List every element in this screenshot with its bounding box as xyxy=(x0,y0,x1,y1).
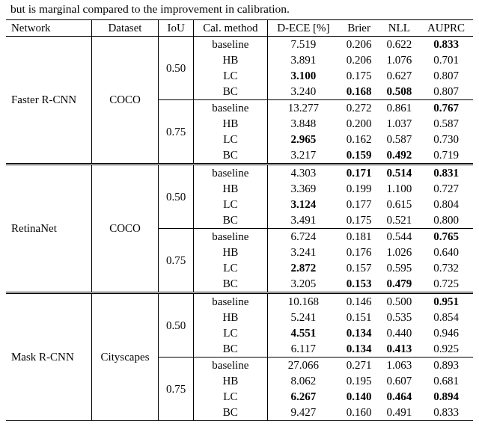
cell-auprc: 0.800 xyxy=(419,212,473,229)
col-iou: IoU xyxy=(159,20,193,37)
cell-method: HB xyxy=(193,181,267,197)
cell-dataset: COCO xyxy=(91,165,159,293)
cell-brier: 0.134 xyxy=(339,341,379,358)
cell-method: LC xyxy=(193,260,267,276)
col-network: Network xyxy=(6,20,91,37)
cell-auprc: 0.894 xyxy=(419,389,473,405)
cell-auprc: 0.719 xyxy=(419,147,473,165)
cell-dece: 3.240 xyxy=(267,84,338,100)
cell-nll: 0.861 xyxy=(379,100,419,117)
cell-method: baseline xyxy=(193,358,267,374)
cell-auprc: 0.730 xyxy=(419,132,473,147)
cell-dece: 5.241 xyxy=(267,310,338,325)
cell-method: LC xyxy=(193,68,267,84)
cell-auprc: 0.951 xyxy=(419,293,473,310)
cell-auprc: 0.640 xyxy=(419,245,473,260)
cell-auprc: 0.587 xyxy=(419,116,473,132)
cell-dece: 7.519 xyxy=(267,37,338,53)
cell-auprc: 0.833 xyxy=(419,405,473,421)
cell-auprc: 0.831 xyxy=(419,165,473,182)
cell-nll: 0.595 xyxy=(379,260,419,276)
cell-dece: 2.965 xyxy=(267,132,338,147)
cell-nll: 0.622 xyxy=(379,37,419,53)
cell-method: BC xyxy=(193,405,267,421)
cell-dece: 6.724 xyxy=(267,229,338,245)
cell-brier: 0.176 xyxy=(339,245,379,260)
cell-dece: 3.100 xyxy=(267,68,338,84)
cell-brier: 0.195 xyxy=(339,373,379,389)
cell-auprc: 0.732 xyxy=(419,260,473,276)
cell-dece: 3.124 xyxy=(267,197,338,212)
cell-method: baseline xyxy=(193,37,267,53)
cell-nll: 1.026 xyxy=(379,245,419,260)
cell-brier: 0.175 xyxy=(339,212,379,229)
cell-brier: 0.157 xyxy=(339,260,379,276)
cell-auprc: 0.807 xyxy=(419,84,473,100)
cell-brier: 0.171 xyxy=(339,165,379,182)
cell-dece: 3.217 xyxy=(267,147,338,165)
col-dataset: Dataset xyxy=(91,20,159,37)
cell-dece: 3.241 xyxy=(267,245,338,260)
cell-auprc: 0.727 xyxy=(419,181,473,197)
cell-method: HB xyxy=(193,245,267,260)
cell-brier: 0.140 xyxy=(339,389,379,405)
cell-iou: 0.75 xyxy=(159,100,193,165)
cell-dece: 3.369 xyxy=(267,181,338,197)
cell-dece: 8.062 xyxy=(267,373,338,389)
cell-auprc: 0.854 xyxy=(419,310,473,325)
cell-brier: 0.200 xyxy=(339,116,379,132)
cell-brier: 0.271 xyxy=(339,358,379,374)
cell-brier: 0.206 xyxy=(339,52,379,68)
cell-brier: 0.168 xyxy=(339,84,379,100)
cell-dece: 27.066 xyxy=(267,358,338,374)
cell-nll: 0.544 xyxy=(379,229,419,245)
cell-auprc: 0.767 xyxy=(419,100,473,117)
cell-dataset: Cityscapes xyxy=(91,293,159,421)
cell-iou: 0.50 xyxy=(159,293,193,358)
cell-nll: 0.508 xyxy=(379,84,419,100)
cell-method: LC xyxy=(193,197,267,212)
cell-brier: 0.272 xyxy=(339,100,379,117)
cell-brier: 0.146 xyxy=(339,293,379,310)
cell-iou: 0.50 xyxy=(159,165,193,229)
col-auprc: AUPRC xyxy=(419,20,473,37)
cell-brier: 0.199 xyxy=(339,181,379,197)
cell-method: HB xyxy=(193,310,267,325)
cell-auprc: 0.804 xyxy=(419,197,473,212)
cell-nll: 0.413 xyxy=(379,341,419,358)
cell-dece: 6.117 xyxy=(267,341,338,358)
cell-method: LC xyxy=(193,132,267,147)
table-body: Faster R-CNNCOCO0.50baseline7.5190.2060.… xyxy=(6,37,473,421)
cell-auprc: 0.893 xyxy=(419,358,473,374)
cell-brier: 0.162 xyxy=(339,132,379,147)
cell-iou: 0.50 xyxy=(159,37,193,100)
cell-method: BC xyxy=(193,341,267,358)
cell-dece: 6.267 xyxy=(267,389,338,405)
cell-brier: 0.177 xyxy=(339,197,379,212)
col-method: Cal. method xyxy=(193,20,267,37)
cell-method: HB xyxy=(193,116,267,132)
cell-brier: 0.153 xyxy=(339,276,379,293)
cell-brier: 0.181 xyxy=(339,229,379,245)
cell-iou: 0.75 xyxy=(159,358,193,421)
cell-auprc: 0.807 xyxy=(419,68,473,84)
col-dece: D-ECE [%] xyxy=(267,20,338,37)
cell-method: BC xyxy=(193,276,267,293)
cell-network: Faster R-CNN xyxy=(6,37,91,165)
table-row: Faster R-CNNCOCO0.50baseline7.5190.2060.… xyxy=(6,37,473,53)
cell-auprc: 0.946 xyxy=(419,325,473,341)
cell-method: BC xyxy=(193,147,267,165)
cell-dece: 3.891 xyxy=(267,52,338,68)
cell-nll: 0.615 xyxy=(379,197,419,212)
cell-method: baseline xyxy=(193,293,267,310)
cell-nll: 0.464 xyxy=(379,389,419,405)
cell-dece: 3.491 xyxy=(267,212,338,229)
cell-method: LC xyxy=(193,389,267,405)
cell-nll: 0.514 xyxy=(379,165,419,182)
cell-method: baseline xyxy=(193,229,267,245)
cell-network: Mask R-CNN xyxy=(6,293,91,421)
table-header-row: Network Dataset IoU Cal. method D-ECE [%… xyxy=(6,20,473,37)
cell-dece: 3.205 xyxy=(267,276,338,293)
cell-brier: 0.206 xyxy=(339,37,379,53)
cell-method: baseline xyxy=(193,165,267,182)
